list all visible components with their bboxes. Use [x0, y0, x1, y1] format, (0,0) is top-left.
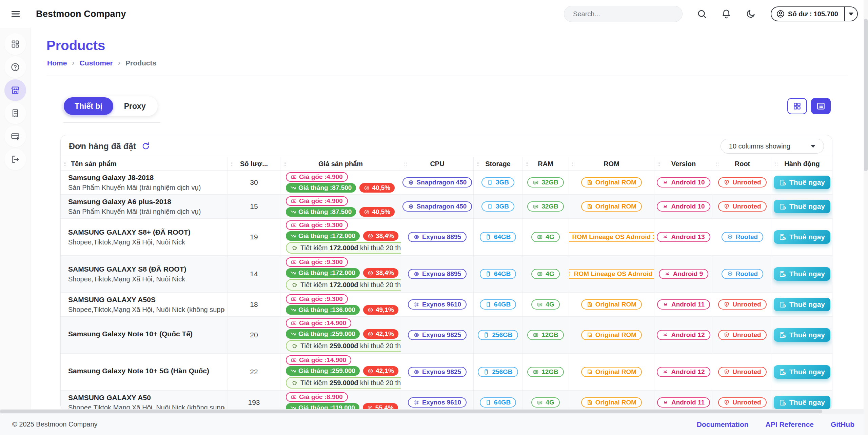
tab-thiet-bi[interactable]: Thiết bị — [64, 97, 113, 115]
shield-icon — [727, 234, 733, 240]
android-icon — [663, 399, 669, 406]
rent-now-button[interactable]: Thuê ngay — [774, 200, 830, 213]
piggy-bank-icon — [292, 379, 297, 386]
rent-now-button[interactable]: Thuê ngay — [774, 267, 830, 281]
ram-badge: 32GB — [527, 177, 564, 187]
column-header[interactable]: CPU — [401, 157, 474, 170]
root-badge: Unrooted — [718, 367, 766, 377]
discount-badge: 38,4% — [363, 231, 398, 241]
rom-badge: ROM Lineage OS Adnroid 9 — [569, 269, 654, 279]
version-badge: Android 12 — [657, 330, 710, 340]
storage-badge: 64GB — [480, 397, 516, 408]
root-badge: Rooted — [722, 232, 763, 242]
discount-seal-icon — [368, 270, 373, 276]
root-badge: Unrooted — [718, 177, 766, 187]
table-row: Samsung Galaxy Note 10+ (Quốc Tế) 20 Giá… — [61, 316, 832, 353]
sidebar-item-orders[interactable] — [4, 102, 26, 124]
column-header[interactable]: Storage — [474, 157, 522, 170]
search-input[interactable] — [564, 6, 683, 22]
sidebar-item-products[interactable] — [4, 79, 26, 101]
horizontal-scrollbar-thumb[interactable] — [0, 410, 822, 413]
root-badge: Unrooted — [718, 201, 766, 212]
sidebar-item-dashboard[interactable] — [4, 33, 26, 55]
grid-view-icon — [793, 102, 802, 111]
list-view-button[interactable] — [811, 98, 831, 114]
rent-now-button[interactable]: Thuê ngay — [774, 230, 830, 244]
user-circle-icon — [776, 9, 785, 18]
column-header[interactable]: Số lượ... — [228, 157, 280, 170]
phone-icon — [483, 369, 489, 375]
trend-icon — [290, 270, 296, 276]
grid-view-button[interactable] — [787, 98, 807, 114]
android-icon — [663, 301, 669, 308]
banknote-icon — [291, 259, 297, 265]
rent-now-button[interactable]: Thuê ngay — [774, 328, 830, 342]
phone-icon — [483, 332, 489, 338]
column-header[interactable]: Version — [654, 157, 713, 170]
footer-link-documentation[interactable]: Documentation — [697, 420, 749, 429]
discount-badge: 42,1% — [363, 329, 398, 339]
column-drag-icon — [475, 161, 481, 166]
table-row: SAMSUNG GALAXY S8+ (ĐÃ ROOT) Shopee,Tikt… — [61, 218, 832, 255]
product-quantity: 22 — [228, 354, 280, 390]
vertical-scrollbar[interactable] — [864, 0, 868, 435]
version-badge: Android 10 — [657, 201, 710, 212]
column-header[interactable]: Root — [713, 157, 772, 170]
search-icon[interactable] — [697, 9, 707, 19]
piggy-bank-icon — [292, 342, 297, 349]
shield-icon — [724, 301, 730, 308]
breadcrumb-home[interactable]: Home — [47, 59, 67, 67]
refresh-icon[interactable] — [141, 142, 150, 151]
horizontal-scrollbar[interactable] — [0, 409, 868, 414]
rent-now-button[interactable]: Thuê ngay — [774, 365, 830, 379]
balance-dropdown[interactable]: Số dư : 105.700 — [771, 6, 858, 21]
memory-icon — [537, 234, 543, 240]
rent-now-button[interactable]: Thuê ngay — [774, 298, 830, 311]
sidebar-item-help[interactable] — [4, 56, 26, 78]
tab-proxy[interactable]: Proxy — [113, 97, 157, 115]
column-header[interactable]: Hành động — [772, 157, 832, 170]
footer-link-api-reference[interactable]: API Reference — [766, 420, 814, 429]
menu-icon[interactable] — [10, 8, 21, 19]
sidebar-item-topup[interactable] — [4, 125, 26, 147]
shield-icon — [727, 271, 733, 277]
version-badge: Android 11 — [657, 299, 710, 310]
breadcrumb-separator: › — [118, 59, 120, 67]
discount-badge: 49,1% — [363, 305, 398, 315]
product-price-cell: Giá gốc :8.900 Giá tháng :119.000 55,4% — [280, 391, 401, 411]
bell-icon[interactable] — [721, 9, 731, 19]
breadcrumb: Home › Customer › Products — [47, 59, 868, 67]
chip-icon — [413, 369, 419, 375]
chip-icon — [413, 399, 419, 406]
vertical-scrollbar-thumb[interactable] — [864, 19, 868, 171]
root-badge: Unrooted — [718, 397, 766, 408]
column-header[interactable]: ROM — [569, 157, 654, 170]
trend-icon — [290, 307, 296, 313]
column-header[interactable]: Giá sản phẩm — [280, 157, 401, 170]
column-header[interactable]: RAM — [522, 157, 569, 170]
moon-icon[interactable] — [746, 9, 756, 19]
product-price-cell: Giá gốc :14.900 Giá tháng :259.000 42,1%… — [280, 354, 401, 390]
rent-now-button[interactable]: Thuê ngay — [774, 176, 830, 189]
rent-device-icon — [779, 369, 786, 376]
brand-title: Bestmoon Company — [36, 9, 126, 19]
monthly-price-badge: Giá tháng :136.000 — [286, 305, 360, 315]
discount-seal-icon — [368, 368, 373, 374]
version-badge: Android 10 — [657, 177, 710, 187]
product-name: Samsung Galaxy A6 plus-2018 — [68, 198, 171, 206]
column-header[interactable]: Tên sản phẩm — [61, 157, 228, 170]
product-quantity: 14 — [228, 256, 280, 292]
ram-badge: 12GB — [527, 330, 564, 340]
trend-icon — [290, 331, 296, 337]
store-icon — [11, 85, 20, 95]
android-icon — [662, 369, 668, 375]
storage-badge: 256GB — [478, 367, 518, 377]
sidebar-item-logout[interactable] — [4, 149, 26, 170]
rent-now-button[interactable]: Thuê ngay — [774, 396, 830, 409]
column-drag-icon — [282, 161, 288, 166]
columns-dropdown[interactable]: 10 columns showing — [721, 139, 824, 154]
product-name: Samsung Galaxy J8-2018 — [68, 174, 154, 182]
product-description: Sản Phẩm Khuyến Mãi (trải nghiệm dịch vụ… — [68, 208, 201, 216]
breadcrumb-customer[interactable]: Customer — [80, 59, 113, 67]
footer-link-github[interactable]: GitHub — [831, 420, 854, 429]
